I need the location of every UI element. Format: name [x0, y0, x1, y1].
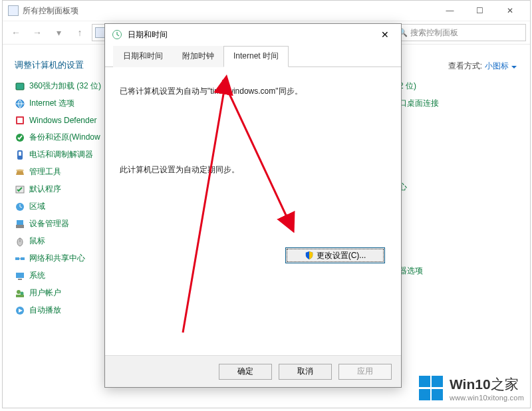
item-label: 区域	[29, 201, 45, 212]
dialog-button-row: 确定 取消 应用	[105, 355, 401, 387]
dialog-tabs: 日期和时间附加时钟Internet 时间	[105, 45, 401, 67]
window-title: 所有控制面板项	[23, 5, 78, 17]
close-window-button[interactable]: ✕	[495, 1, 525, 21]
cancel-button[interactable]: 取消	[279, 364, 332, 380]
item-icon	[15, 184, 25, 195]
item-icon	[15, 253, 25, 264]
date-time-dialog: 日期和时间 ✕ 日期和时间附加时钟Internet 时间 已将计算机设置为自动与…	[104, 23, 402, 388]
up-button[interactable]: ↑	[70, 24, 89, 41]
svg-point-7	[16, 169, 24, 171]
item-icon	[15, 219, 25, 229]
item-icon	[15, 98, 25, 109]
item-label: 器选项	[399, 265, 423, 277]
change-settings-label: 更改设置(C)...	[317, 250, 366, 261]
back-button[interactable]: ←	[7, 24, 25, 41]
dialog-body: 已将计算机设置为自动与"time.windows.com"同步。 此计算机已设置…	[105, 67, 401, 355]
control-panel-item[interactable]: 2 位)	[399, 80, 439, 92]
item-label: 用户帐户	[29, 287, 61, 299]
svg-rect-17	[16, 273, 24, 278]
item-label: Windows Defender	[29, 116, 96, 125]
view-mode-link[interactable]: 小图标	[485, 61, 517, 72]
uac-shield-icon	[305, 251, 314, 260]
svg-point-19	[17, 290, 21, 294]
item-label: 口桌面连接	[399, 98, 439, 109]
chevron-down-icon	[511, 66, 517, 68]
window-titlebar: 所有控制面板项 — ☐ ✕	[3, 1, 530, 21]
control-panel-items-right: 2 位)口桌面连接心器选项	[399, 80, 439, 144]
control-panel-icon	[8, 5, 19, 16]
svg-rect-3	[17, 118, 23, 123]
dialog-titlebar: 日期和时间 ✕	[105, 24, 401, 45]
item-icon	[15, 271, 25, 281]
item-label: 系统	[29, 270, 45, 281]
svg-rect-14	[15, 257, 19, 260]
windows-logo-icon	[419, 376, 444, 401]
item-label: 网络和共享中心	[29, 253, 85, 264]
item-label: 默认程序	[29, 184, 61, 195]
dialog-tab[interactable]: Internet 时间	[223, 46, 289, 67]
dialog-title: 日期和时间	[128, 29, 376, 41]
maximize-button[interactable]: ☐	[465, 1, 495, 21]
item-icon	[15, 150, 25, 160]
control-panel-item[interactable]: 心	[399, 182, 439, 193]
svg-rect-21	[16, 295, 24, 297]
view-mode-label: 查看方式:	[448, 61, 482, 72]
svg-point-20	[21, 291, 24, 295]
sync-status-text: 已将计算机设置为自动与"time.windows.com"同步。	[120, 84, 386, 98]
item-icon	[15, 305, 25, 316]
apply-button[interactable]: 应用	[338, 364, 392, 380]
item-label: 电话和调制解调器	[29, 149, 93, 160]
auto-sync-text: 此计算机已设置为自动定期同步。	[120, 164, 386, 176]
item-icon	[15, 81, 25, 92]
change-settings-button[interactable]: 更改设置(C)...	[285, 247, 385, 263]
item-label: 自动播放	[29, 305, 61, 316]
search-box[interactable]: 🔍 搜索控制面板	[393, 24, 526, 41]
ok-button[interactable]: 确定	[219, 364, 272, 380]
control-panel-item[interactable]: 口桌面连接	[399, 98, 439, 109]
dialog-tab[interactable]: 日期和时间	[113, 46, 173, 67]
forward-button[interactable]: →	[28, 24, 47, 41]
item-label: 备份和还原(Window	[29, 132, 100, 143]
svg-rect-15	[21, 257, 25, 260]
history-dropdown[interactable]: ▾	[49, 24, 68, 41]
item-icon	[15, 288, 25, 299]
item-label: 设备管理器	[29, 218, 69, 229]
svg-rect-0	[16, 83, 24, 90]
item-label: Internet 选项	[29, 98, 74, 109]
item-icon	[15, 236, 25, 247]
item-label: 管理工具	[29, 166, 61, 178]
item-icon	[15, 202, 25, 212]
control-panel-item[interactable]: 器选项	[399, 265, 439, 277]
svg-rect-18	[18, 279, 22, 280]
search-placeholder: 搜索控制面板	[410, 27, 458, 39]
svg-rect-10	[17, 220, 23, 225]
item-label: 360强力卸载 (32 位)	[29, 80, 101, 92]
item-icon	[15, 167, 25, 178]
watermark: Win10之家 www.win10xitong.com	[419, 375, 524, 402]
svg-rect-11	[16, 225, 24, 228]
item-icon	[15, 132, 25, 143]
item-icon	[15, 115, 25, 126]
dialog-tab[interactable]: 附加时钟	[172, 46, 224, 67]
item-label: 鼠标	[29, 235, 45, 247]
svg-rect-6	[19, 152, 21, 156]
dialog-close-button[interactable]: ✕	[376, 25, 394, 44]
clock-icon	[112, 29, 122, 40]
minimize-button[interactable]: —	[435, 1, 465, 21]
